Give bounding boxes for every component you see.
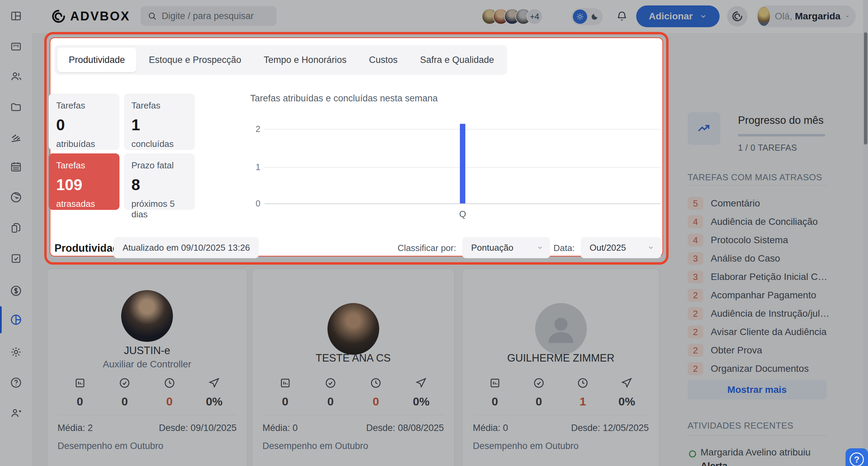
updated-badge: Atualizado em 09/10/2025 13:26 bbox=[114, 237, 259, 258]
tab-estoque-e-prospeccao[interactable]: Estoque e Prospecção bbox=[139, 48, 252, 72]
question-icon: ? bbox=[850, 452, 864, 466]
tab-produtividade[interactable]: Produtividade bbox=[57, 48, 136, 72]
sort-label: Classificar por: bbox=[398, 243, 456, 253]
stat-card-concluidas: Tarefas1concluídas bbox=[124, 94, 195, 150]
y-tick: 2 bbox=[250, 124, 260, 134]
stat-card-atrasadas: Tarefas109atrasadas bbox=[49, 153, 119, 210]
chevron-down-icon bbox=[647, 244, 654, 251]
chart-bar bbox=[460, 124, 465, 203]
stat-card-prazo-fatal: Prazo fatal8próximos 5 dias bbox=[124, 153, 195, 210]
sort-select[interactable]: Pontuação bbox=[462, 237, 550, 258]
chevron-down-icon bbox=[536, 244, 543, 251]
stat-card-atribuidas: Tarefas0atribuídas bbox=[49, 94, 119, 150]
weekly-tasks-chart: 2 1 0 Q bbox=[264, 123, 660, 204]
help-button[interactable]: ? bbox=[846, 448, 868, 466]
tab-custos[interactable]: Custos bbox=[359, 48, 408, 72]
date-label: Data: bbox=[553, 243, 575, 253]
productivity-panel: Produtividade Estoque e Prospecção Tempo… bbox=[50, 37, 663, 256]
x-tick: Q bbox=[454, 209, 471, 219]
chart-title: Tarefas atribuídas e concluídas nesta se… bbox=[250, 93, 438, 104]
tab-safra-e-qualidade[interactable]: Safra e Qualidade bbox=[410, 48, 504, 72]
panel-tabs: Produtividade Estoque e Prospecção Tempo… bbox=[54, 45, 507, 75]
stat-cards: Tarefas0atribuídas Tarefas1concluídas Ta… bbox=[49, 94, 195, 210]
x-axis-line bbox=[264, 203, 660, 204]
tab-tempo-e-honorarios[interactable]: Tempo e Honorários bbox=[254, 48, 357, 72]
y-tick: 0 bbox=[250, 199, 260, 209]
date-select[interactable]: Out/2025 bbox=[581, 237, 661, 258]
y-tick: 1 bbox=[250, 162, 260, 172]
